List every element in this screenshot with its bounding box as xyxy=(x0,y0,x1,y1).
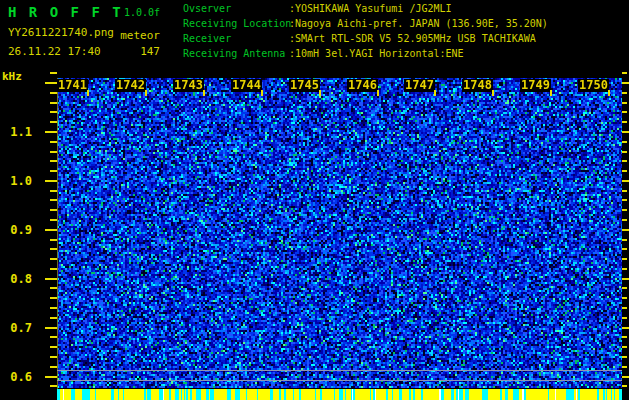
y-minor-tick xyxy=(622,258,627,260)
info-row-label: Receiving Location xyxy=(183,18,291,29)
y-major-tick xyxy=(45,180,57,182)
y-minor-tick xyxy=(50,111,57,113)
y-minor-tick xyxy=(50,366,57,368)
y-minor-tick xyxy=(622,151,627,153)
y-minor-tick xyxy=(50,297,57,299)
x-minute-tick xyxy=(492,90,494,96)
x-minute-tick xyxy=(203,90,205,96)
y-axis-unit-label: kHz xyxy=(2,70,22,83)
y-minor-tick xyxy=(50,268,57,270)
y-minor-tick xyxy=(622,336,627,338)
x-minute-tick xyxy=(261,90,263,96)
y-minor-tick xyxy=(622,239,627,241)
x-axis-label: 1744 xyxy=(231,79,262,92)
carrier-line xyxy=(57,370,622,371)
y-minor-tick xyxy=(50,151,57,153)
y-major-tick xyxy=(45,131,57,133)
y-minor-tick xyxy=(622,317,627,319)
y-minor-tick xyxy=(50,121,57,123)
y-minor-tick xyxy=(50,248,57,250)
y-major-tick xyxy=(622,327,629,329)
y-minor-tick xyxy=(50,385,57,387)
y-major-tick xyxy=(45,278,57,280)
x-axis-label: 1741 xyxy=(57,79,88,92)
y-major-tick xyxy=(622,131,629,133)
x-axis-label: 1749 xyxy=(520,79,551,92)
x-minute-tick xyxy=(87,90,89,96)
info-row-value: :YOSHIKAWA Yasufumi /JG2MLI xyxy=(289,3,452,14)
x-axis-label: 1746 xyxy=(347,79,378,92)
info-row-label: Receiving Antenna xyxy=(183,48,285,59)
y-major-tick xyxy=(45,376,57,378)
y-minor-tick xyxy=(50,92,57,94)
y-minor-tick xyxy=(622,356,627,358)
y-minor-tick xyxy=(622,366,627,368)
y-minor-tick xyxy=(622,111,627,113)
y-major-tick xyxy=(622,376,629,378)
x-minute-tick xyxy=(319,90,321,96)
y-minor-tick xyxy=(50,160,57,162)
y-axis-label: 0.9 xyxy=(6,223,32,237)
y-minor-tick xyxy=(50,317,57,319)
y-minor-tick xyxy=(622,209,627,211)
y-minor-tick xyxy=(622,307,627,309)
y-minor-tick xyxy=(622,121,627,123)
y-axis-line xyxy=(57,78,58,389)
y-minor-tick xyxy=(50,102,57,104)
y-minor-tick xyxy=(622,170,627,172)
carrier-line xyxy=(57,380,622,381)
y-minor-tick xyxy=(622,287,627,289)
hrofft-window: H R O F F T 1.0.0f YY2611221740.png mete… xyxy=(0,0,629,400)
y-minor-tick xyxy=(50,219,57,221)
x-minute-tick xyxy=(434,90,436,96)
info-row-label: Ovserver xyxy=(183,3,231,14)
y-axis-label: 0.7 xyxy=(6,321,32,335)
x-minute-tick xyxy=(608,90,610,96)
y-axis-label: 1.0 xyxy=(6,174,32,188)
y-major-tick xyxy=(45,327,57,329)
x-axis-label: 1743 xyxy=(173,79,204,92)
y-minor-tick xyxy=(50,239,57,241)
y-major-tick xyxy=(622,229,629,231)
y-minor-tick xyxy=(622,248,627,250)
y-minor-tick xyxy=(622,385,627,387)
y-minor-tick xyxy=(622,141,627,143)
y-minor-tick xyxy=(50,307,57,309)
y-minor-tick xyxy=(50,287,57,289)
y-axis-label: 0.8 xyxy=(6,272,32,286)
y-axis-label: 0.6 xyxy=(6,370,32,384)
y-minor-tick xyxy=(622,199,627,201)
y-minor-tick xyxy=(622,102,627,104)
y-minor-tick xyxy=(50,170,57,172)
x-axis-label: 1747 xyxy=(404,79,435,92)
x-minute-tick xyxy=(377,90,379,96)
y-minor-tick xyxy=(622,219,627,221)
info-row-label: Receiver xyxy=(183,33,231,44)
info-row-value: :Nagoya Aichi-pref. JAPAN (136.90E, 35.2… xyxy=(289,18,548,29)
x-minute-tick xyxy=(550,90,552,96)
y-minor-tick xyxy=(50,258,57,260)
y-minor-tick xyxy=(622,160,627,162)
x-minute-tick xyxy=(145,90,147,96)
y-minor-tick xyxy=(622,92,627,94)
spectrogram-canvas xyxy=(57,78,622,388)
y-major-tick xyxy=(622,82,629,84)
y-minor-tick xyxy=(50,356,57,358)
x-axis-label: 1745 xyxy=(289,79,320,92)
y-minor-tick xyxy=(622,72,627,74)
y-major-tick xyxy=(622,278,629,280)
y-major-tick xyxy=(622,180,629,182)
y-minor-tick xyxy=(50,72,57,74)
x-axis-label: 1742 xyxy=(115,79,146,92)
y-minor-tick xyxy=(622,297,627,299)
y-major-tick xyxy=(45,82,57,84)
y-major-tick xyxy=(45,229,57,231)
info-row-value: :SMArt RTL-SDR V5 52.905MHz USB TACHIKAW… xyxy=(289,33,536,44)
y-minor-tick xyxy=(50,336,57,338)
y-axis-label: 1.1 xyxy=(6,125,32,139)
y-minor-tick xyxy=(622,190,627,192)
y-minor-tick xyxy=(622,268,627,270)
x-axis-label: 1750 xyxy=(578,79,609,92)
info-row-value: :10mH 3el.YAGI Horizontal:ENE xyxy=(289,48,464,59)
y-minor-tick xyxy=(50,141,57,143)
